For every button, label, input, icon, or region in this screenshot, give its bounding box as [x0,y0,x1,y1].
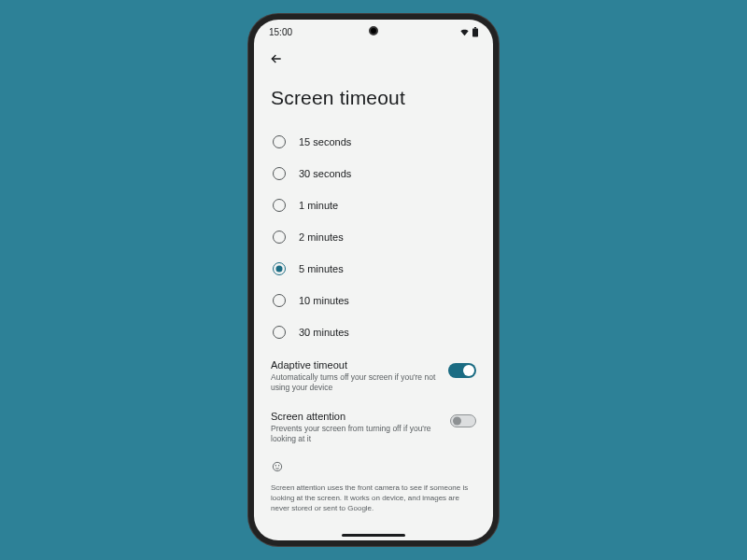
svg-rect-1 [474,27,476,29]
screen-attention-title: Screen attention [271,411,441,422]
timeout-option-list: 15 seconds30 seconds1 minute2 minutes5 m… [271,126,476,348]
timeout-option[interactable]: 10 minutes [271,285,476,316]
info-text: Screen attention uses the front camera t… [271,483,476,514]
phone-frame: 15:00 Screen timeout 15 seconds30 second… [248,14,499,546]
radio-icon [273,135,286,148]
page-title: Screen timeout [271,87,476,109]
timeout-option[interactable]: 30 minutes [271,316,476,348]
timeout-option-label: 1 minute [299,200,338,211]
radio-icon [273,199,286,212]
phone-screen: 15:00 Screen timeout 15 seconds30 second… [254,20,493,540]
adaptive-timeout-subtitle: Automatically turns off your screen if y… [271,372,439,394]
timeout-option[interactable]: 5 minutes [271,253,476,285]
timeout-option[interactable]: 2 minutes [271,221,476,253]
timeout-option-label: 5 minutes [299,263,344,274]
screen-attention-subtitle: Prevents your screen from turning off if… [271,424,441,445]
screen-attention-text: Screen attention Prevents your screen fr… [271,411,441,445]
adaptive-timeout-text: Adaptive timeout Automatically turns off… [271,359,439,394]
timeout-option-label: 10 minutes [299,295,349,306]
back-button[interactable] [265,48,288,70]
adaptive-timeout-toggle[interactable] [448,363,476,378]
timeout-option[interactable]: 15 seconds [271,126,476,158]
timeout-option[interactable]: 30 seconds [271,158,476,189]
radio-icon [273,231,286,244]
gesture-nav-handle[interactable] [342,534,405,537]
timeout-option-label: 30 minutes [299,327,349,338]
radio-icon [273,167,286,180]
face-icon [271,460,476,477]
app-bar [254,44,493,74]
timeout-option-label: 2 minutes [299,231,344,243]
svg-point-3 [275,465,276,466]
camera-cutout [369,26,378,35]
status-time: 15:00 [269,27,292,37]
wifi-icon [459,27,470,37]
timeout-option-label: 30 seconds [299,168,351,179]
content-area: Screen timeout 15 seconds30 seconds1 min… [254,87,493,513]
adaptive-timeout-row[interactable]: Adaptive timeout Automatically turns off… [271,348,476,399]
screen-attention-toggle[interactable] [450,414,476,427]
svg-rect-0 [472,29,478,37]
status-right [459,27,478,37]
radio-icon [273,262,286,275]
info-block: Screen attention uses the front camera t… [271,460,476,514]
svg-point-2 [273,462,281,470]
radio-icon [273,294,286,307]
timeout-option[interactable]: 1 minute [271,189,476,221]
timeout-option-label: 15 seconds [299,136,351,147]
battery-icon [472,27,478,36]
screen-attention-row[interactable]: Screen attention Prevents your screen fr… [271,399,476,451]
radio-icon [273,326,286,339]
svg-point-4 [278,465,279,466]
adaptive-timeout-title: Adaptive timeout [271,359,439,371]
arrow-back-icon [269,51,284,66]
